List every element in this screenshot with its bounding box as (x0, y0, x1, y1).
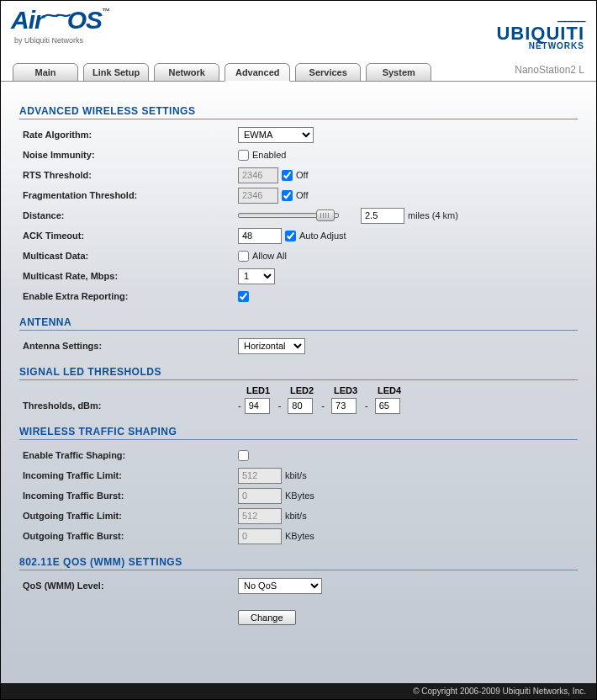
label-incoming-limit: Incoming Traffic Limit: (19, 470, 238, 480)
distance-slider[interactable] (238, 213, 339, 218)
led2-input[interactable] (288, 398, 313, 414)
led1-input[interactable] (245, 398, 270, 414)
label-distance: Distance: (19, 210, 238, 220)
label-multicast-rate: Multicast Rate, Mbps: (19, 271, 238, 281)
extra-reporting-checkbox[interactable] (238, 291, 249, 302)
label-antenna-settings: Antenna Settings: (19, 341, 238, 351)
label-outgoing-burst: Outgoing Traffic Burst: (19, 531, 238, 541)
tab-advanced[interactable]: Advanced (225, 63, 290, 82)
section-advanced-wireless: ADVANCED WIRELESS SETTINGS (19, 105, 578, 119)
frag-off-text: Off (296, 190, 308, 200)
footer-copyright: © Copyright 2006-2009 Ubiquiti Networks,… (1, 683, 596, 699)
logo-air: Air (11, 6, 44, 34)
incoming-burst-input[interactable] (238, 488, 282, 504)
slider-thumb[interactable] (316, 209, 335, 221)
unit-kbits-1: kbit/s (285, 470, 307, 480)
label-rts-threshold: RTS Threshold: (19, 170, 238, 180)
label-extra-reporting: Enable Extra Reporting: (19, 291, 238, 301)
label-ack-timeout: ACK Timeout: (19, 231, 238, 241)
tab-main[interactable]: Main (13, 63, 78, 82)
traffic-shaping-checkbox[interactable] (238, 450, 249, 461)
tab-services[interactable]: Services (295, 63, 361, 82)
logo-byline: by Ubiquiti Networks (14, 36, 109, 45)
device-name: NanoStation2 L (515, 64, 584, 76)
ubnt-logo: ⎯⎯⎯⎯ UBIQUITINETWORKS (496, 8, 584, 50)
label-multicast-data: Multicast Data: (19, 251, 238, 261)
noise-immunity-text: Enabled (252, 150, 286, 160)
content: ADVANCED WIRELESS SETTINGS Rate Algorith… (1, 82, 596, 683)
tab-system[interactable]: System (366, 63, 431, 82)
led4-input[interactable] (375, 398, 400, 414)
label-incoming-burst: Incoming Traffic Burst: (19, 491, 238, 501)
tab-network[interactable]: Network (154, 63, 219, 82)
ack-auto-text: Auto Adjust (299, 231, 346, 241)
multicast-rate-select[interactable]: 1 (238, 268, 275, 284)
section-antenna: ANTENNA (19, 316, 578, 331)
rts-threshold-input[interactable] (238, 167, 278, 183)
qos-level-select[interactable]: No QoS (238, 578, 322, 594)
led-headers: LED1 LED2 LED3 LED4 (19, 385, 578, 395)
outgoing-burst-input[interactable] (238, 528, 282, 544)
tab-bar: Main Link Setup Network Advanced Service… (1, 58, 596, 82)
airos-logo: Air⁓⁓OS™ by Ubiquiti Networks (11, 8, 109, 45)
change-button[interactable]: Change (238, 610, 296, 625)
label-qos-level: QoS (WMM) Level: (19, 581, 238, 591)
label-enable-traffic-shaping: Enable Traffic Shaping: (19, 450, 238, 460)
logo-tm: ™ (102, 7, 109, 16)
unit-kbytes-1: KBytes (285, 491, 314, 501)
ack-auto-checkbox[interactable] (285, 231, 296, 241)
rts-off-text: Off (296, 170, 308, 180)
section-traffic-shaping: WIRELESS TRAFFIC SHAPING (19, 426, 578, 440)
led2-head: LED2 (288, 385, 315, 395)
unit-kbytes-2: KBytes (285, 531, 314, 541)
outgoing-limit-input[interactable] (238, 508, 282, 524)
rts-off-checkbox[interactable] (282, 170, 293, 181)
label-rate-algorithm: Rate Algorithm: (19, 130, 238, 140)
rate-algorithm-select[interactable]: EWMA (238, 127, 314, 143)
tab-link-setup[interactable]: Link Setup (83, 63, 149, 82)
label-thresholds: Thresholds, dBm: (19, 400, 238, 411)
multicast-allow-checkbox[interactable] (238, 251, 249, 262)
led3-input[interactable] (331, 398, 357, 414)
logo-os: OS (67, 6, 102, 34)
label-noise-immunity: Noise Immunity: (19, 150, 238, 160)
frag-threshold-input[interactable] (238, 188, 278, 204)
frag-off-checkbox[interactable] (282, 190, 293, 201)
logo-wave-icon: ⁓⁓ (44, 7, 67, 24)
unit-kbits-2: kbit/s (285, 511, 307, 521)
incoming-limit-input[interactable] (238, 468, 282, 484)
section-qos: 802.11E QOS (WMM) SETTINGS (19, 556, 578, 570)
noise-immunity-checkbox[interactable] (238, 150, 249, 161)
led1-head: LED1 (245, 385, 272, 395)
led3-head: LED3 (332, 385, 359, 395)
label-outgoing-limit: Outgoing Traffic Limit: (19, 511, 238, 521)
distance-input[interactable] (361, 208, 404, 224)
led4-head: LED4 (376, 385, 403, 395)
multicast-allow-text: Allow All (252, 251, 287, 261)
ack-timeout-input[interactable] (238, 228, 282, 244)
distance-unit: miles (4 km) (408, 210, 458, 220)
antenna-settings-select[interactable]: Horizontal (238, 338, 305, 354)
label-frag-threshold: Fragmentation Threshold: (19, 190, 238, 200)
header: Air⁓⁓OS™ by Ubiquiti Networks ⎯⎯⎯⎯ UBIQU… (1, 1, 596, 58)
section-led: SIGNAL LED THRESHOLDS (19, 366, 578, 380)
